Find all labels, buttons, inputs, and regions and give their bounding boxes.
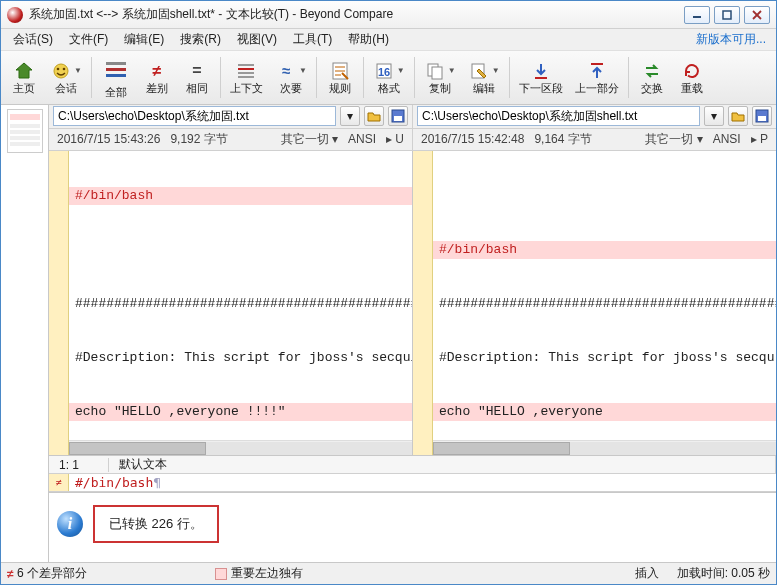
copy-button[interactable]: ▼复制	[419, 53, 461, 102]
minor-icon: ≈	[275, 60, 297, 82]
thumbnail-strip[interactable]	[1, 105, 49, 562]
right-path-input[interactable]	[417, 106, 700, 126]
diff-icon: ≠	[146, 60, 168, 82]
svg-rect-9	[106, 68, 126, 71]
context-button[interactable]: 上下文	[225, 53, 268, 102]
conversion-message: 已转换 226 行。	[93, 505, 219, 543]
format-button[interactable]: 16▼格式	[368, 53, 410, 102]
edit-button[interactable]: ▼编辑	[463, 53, 505, 102]
message-area: i 已转换 226 行。	[49, 492, 776, 562]
right-lineend[interactable]: ▸ P	[751, 132, 768, 146]
position-bar: 1: 1 默认文本	[49, 456, 776, 474]
right-gutter	[413, 151, 433, 455]
all-icon	[101, 56, 131, 86]
left-size: 9,192 字节	[170, 131, 227, 148]
minimize-button[interactable]	[684, 6, 710, 24]
copy-icon	[424, 60, 446, 82]
preview-gutter-marker: ≠	[49, 474, 69, 491]
rules-icon	[329, 60, 351, 82]
svg-marker-4	[16, 63, 32, 78]
sessions-button[interactable]: ▼会话	[45, 53, 87, 102]
svg-rect-22	[432, 67, 442, 79]
status-bar: ≠ 6 个差异部分 重要左边独有 插入 加载时间: 0.05 秒	[1, 562, 776, 584]
menu-edit[interactable]: 编辑(E)	[116, 29, 172, 50]
reload-button[interactable]: 重载	[673, 53, 711, 102]
right-hscroll[interactable]	[433, 440, 776, 455]
svg-point-6	[57, 68, 60, 71]
menu-file[interactable]: 文件(F)	[61, 29, 116, 50]
left-hscroll[interactable]	[69, 440, 412, 455]
svg-rect-13	[238, 64, 254, 66]
menu-session[interactable]: 会话(S)	[5, 29, 61, 50]
window-title: 系统加固.txt <--> 系统加固shell.txt* - 文本比较(T) -…	[29, 6, 393, 23]
left-filter[interactable]: 其它一切 ▾	[281, 131, 338, 148]
left-open-button[interactable]	[364, 106, 384, 126]
info-icon: i	[57, 511, 83, 537]
left-only-swatch	[215, 568, 227, 580]
show-all-button[interactable]: 全部	[96, 53, 136, 102]
svg-rect-27	[394, 116, 402, 121]
status-left-only: 重要左边独有	[231, 565, 303, 582]
prev-section-icon	[586, 60, 608, 82]
svg-rect-1	[723, 11, 731, 19]
right-code[interactable]: ⇦ #/bin/bash ###########################…	[413, 151, 776, 455]
text-mode[interactable]: 默认文本	[109, 456, 776, 473]
update-available-link[interactable]: 新版本可用...	[696, 31, 772, 48]
right-open-button[interactable]	[728, 106, 748, 126]
menu-view[interactable]: 视图(V)	[229, 29, 285, 50]
right-filter[interactable]: 其它一切 ▾	[645, 131, 702, 148]
menu-tools[interactable]: 工具(T)	[285, 29, 340, 50]
path-row: ▾ ▾	[49, 105, 776, 129]
left-encoding[interactable]: ANSI	[348, 132, 376, 146]
reload-icon	[681, 60, 703, 82]
same-icon: =	[186, 60, 208, 82]
svg-point-5	[54, 64, 68, 78]
status-diff-count: 6 个差异部分	[17, 565, 87, 582]
svg-rect-16	[238, 76, 254, 78]
menu-help[interactable]: 帮助(H)	[340, 29, 397, 50]
show-diff-button[interactable]: ≠差别	[138, 53, 176, 102]
rules-button[interactable]: 规则	[321, 53, 359, 102]
minor-button[interactable]: ≈▼次要	[270, 53, 312, 102]
preview-text: #/bin/bash	[69, 475, 153, 490]
edit-icon	[468, 60, 490, 82]
right-save-button[interactable]	[752, 106, 772, 126]
right-encoding[interactable]: ANSI	[713, 132, 741, 146]
left-path-input[interactable]	[53, 106, 336, 126]
next-section-button[interactable]: 下一区段	[514, 53, 568, 102]
status-insert-mode: 插入	[635, 565, 659, 582]
thumbnail-page[interactable]	[7, 109, 43, 153]
home-button[interactable]: 主页	[5, 53, 43, 102]
right-path-dropdown[interactable]: ▾	[704, 106, 724, 126]
swap-button[interactable]: 交换	[633, 53, 671, 102]
menu-search[interactable]: 搜索(R)	[172, 29, 229, 50]
left-lineend[interactable]: ▸ U	[386, 132, 404, 146]
left-code[interactable]: ⇨#/bin/bash ############################…	[49, 151, 412, 455]
title-bar: 系统加固.txt <--> 系统加固shell.txt* - 文本比较(T) -…	[1, 1, 776, 29]
home-icon	[13, 60, 35, 82]
left-gutter	[49, 151, 69, 455]
pilcrow-icon: ¶	[153, 475, 161, 490]
show-same-button[interactable]: =相同	[178, 53, 216, 102]
svg-text:=: =	[192, 62, 201, 79]
left-path-dropdown[interactable]: ▾	[340, 106, 360, 126]
line-preview: ≠ #/bin/bash¶	[49, 474, 776, 492]
close-button[interactable]	[744, 6, 770, 24]
svg-rect-10	[106, 74, 126, 77]
next-section-icon	[530, 60, 552, 82]
prev-section-button[interactable]: 上一部分	[570, 53, 624, 102]
status-load-time: 加载时间: 0.05 秒	[677, 565, 770, 582]
menu-bar: 会话(S) 文件(F) 编辑(E) 搜索(R) 视图(V) 工具(T) 帮助(H…	[1, 29, 776, 51]
right-pane: ⇦ #/bin/bash ###########################…	[413, 151, 776, 455]
svg-point-7	[63, 68, 66, 71]
maximize-button[interactable]	[714, 6, 740, 24]
app-icon	[7, 7, 23, 23]
format-icon: 16	[373, 60, 395, 82]
dropdown-icon: ▼	[74, 66, 82, 75]
context-icon	[235, 60, 257, 82]
right-size: 9,164 字节	[534, 131, 591, 148]
svg-rect-15	[238, 72, 254, 74]
left-save-button[interactable]	[388, 106, 408, 126]
right-date: 2016/7/15 15:42:48	[421, 132, 524, 146]
file-info-row: 2016/7/15 15:43:26 9,192 字节 其它一切 ▾ ANSI …	[49, 129, 776, 151]
